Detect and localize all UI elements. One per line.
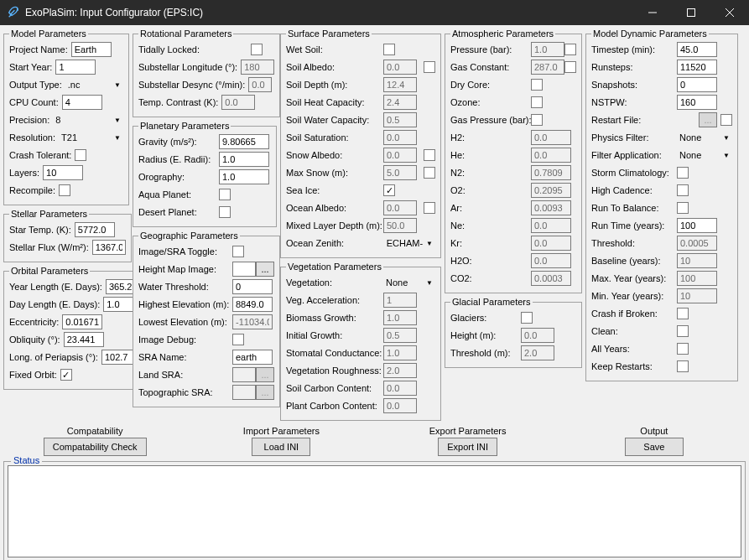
clean-checkbox[interactable] [677, 325, 689, 337]
water-threshold-input[interactable] [232, 279, 273, 294]
minimize-button[interactable] [633, 0, 672, 25]
runsteps-input[interactable] [677, 60, 717, 75]
pressure-checkbox[interactable] [564, 44, 576, 55]
gas-constant-checkbox[interactable] [564, 61, 576, 73]
load-ini-button[interactable]: Load INI [252, 438, 310, 456]
dyn-threshold-input[interactable] [677, 236, 717, 251]
h2o-input[interactable] [531, 253, 571, 268]
stomatal-input[interactable] [383, 345, 417, 360]
aqua-checkbox[interactable] [219, 189, 231, 200]
physics-filter-select[interactable]: None▼ [677, 130, 732, 145]
timestep-input[interactable] [677, 42, 717, 57]
roughness-input[interactable] [383, 363, 417, 378]
co2-input[interactable] [531, 271, 571, 286]
highest-elev-input[interactable] [232, 297, 273, 312]
run-time-input[interactable] [677, 218, 717, 233]
topo-sra-browse-button[interactable]: ... [256, 385, 274, 400]
high-cadence-checkbox[interactable] [677, 184, 689, 196]
wet-soil-checkbox[interactable] [383, 44, 395, 55]
height-map-input[interactable] [232, 262, 256, 277]
snapshots-input[interactable] [677, 77, 717, 92]
glacier-threshold-input[interactable] [521, 345, 554, 360]
filter-app-select[interactable]: None▼ [677, 148, 732, 163]
radius-input[interactable] [219, 152, 269, 167]
crash-broken-checkbox[interactable] [677, 308, 689, 319]
initial-growth-input[interactable] [383, 328, 417, 343]
start-year-input[interactable] [55, 60, 96, 75]
gravity-input[interactable] [219, 134, 269, 149]
fixed-orbit-checkbox[interactable] [60, 369, 72, 381]
he-input[interactable] [531, 148, 571, 163]
orography-input[interactable] [219, 169, 269, 184]
restart-file-checkbox[interactable] [720, 114, 732, 126]
plant-carbon-input[interactable] [383, 398, 417, 413]
sra-name-input[interactable] [232, 350, 273, 365]
soil-albedo-input[interactable] [383, 60, 417, 75]
soil-albedo-checkbox[interactable] [424, 61, 435, 73]
substellar-desync-input[interactable] [248, 77, 272, 92]
dry-core-checkbox[interactable] [531, 79, 543, 91]
storm-clim-checkbox[interactable] [677, 167, 689, 179]
land-sra-input[interactable] [232, 367, 256, 382]
soil-heat-input[interactable] [383, 95, 417, 110]
glacier-height-input[interactable] [521, 328, 554, 343]
snow-albedo-input[interactable] [383, 148, 417, 163]
compat-check-button[interactable]: Compatability Check [44, 438, 147, 456]
glaciers-checkbox[interactable] [521, 312, 533, 324]
veg-accel-input[interactable] [383, 293, 417, 308]
pressure-input[interactable] [531, 42, 564, 57]
ozone-checkbox[interactable] [531, 96, 543, 108]
all-years-checkbox[interactable] [677, 343, 689, 355]
crash-tolerant-checkbox[interactable] [75, 149, 86, 161]
ocean-albedo-input[interactable] [383, 200, 417, 215]
land-sra-browse-button[interactable]: ... [256, 367, 274, 382]
output-type-select[interactable]: .nc▼ [65, 77, 123, 92]
precision-select[interactable]: 8▼ [53, 112, 123, 127]
soil-water-input[interactable] [383, 112, 417, 127]
vegetation-select[interactable]: None▼ [383, 275, 435, 290]
mixed-layer-input[interactable] [383, 218, 417, 233]
substellar-lon-input[interactable] [241, 60, 274, 75]
max-snow-input[interactable] [383, 165, 417, 180]
lowest-elev-input[interactable] [232, 314, 273, 329]
sea-ice-checkbox[interactable] [383, 184, 395, 196]
max-year-input[interactable] [677, 271, 717, 286]
kr-input[interactable] [531, 236, 571, 251]
temp-contrast-input[interactable] [221, 95, 255, 110]
keep-restarts-checkbox[interactable] [677, 360, 689, 372]
image-debug-checkbox[interactable] [232, 334, 244, 345]
topo-sra-input[interactable] [232, 385, 256, 400]
cpu-count-input[interactable] [62, 95, 102, 110]
stellar-flux-input[interactable] [92, 240, 126, 255]
recompile-checkbox[interactable] [59, 184, 70, 196]
soil-depth-input[interactable] [383, 77, 417, 92]
biomass-input[interactable] [383, 310, 417, 325]
snow-albedo-checkbox[interactable] [424, 149, 435, 161]
soil-carbon-input[interactable] [383, 381, 417, 396]
close-button[interactable] [710, 0, 749, 25]
gas-constant-input[interactable] [531, 60, 564, 75]
nstpw-input[interactable] [677, 95, 717, 110]
obliquity-input[interactable] [64, 332, 104, 347]
eccentricity-input[interactable] [62, 314, 102, 329]
export-ini-button[interactable]: Export INI [438, 438, 497, 456]
height-map-browse-button[interactable]: ... [256, 262, 274, 277]
max-snow-checkbox[interactable] [424, 167, 435, 179]
sra-toggle-checkbox[interactable] [232, 246, 244, 257]
project-name-input[interactable] [71, 42, 112, 57]
tidally-locked-checkbox[interactable] [251, 44, 263, 55]
n2-input[interactable] [531, 165, 571, 180]
baseline-input[interactable] [677, 253, 717, 268]
layers-input[interactable] [43, 165, 83, 180]
ocean-zenith-select[interactable]: ECHAM-▼ [365, 236, 435, 251]
status-textarea[interactable] [8, 465, 741, 557]
restart-browse-button[interactable]: ... [699, 112, 717, 127]
h2-input[interactable] [531, 130, 571, 145]
ar-input[interactable] [531, 200, 571, 215]
maximize-button[interactable] [672, 0, 710, 25]
o2-input[interactable] [531, 183, 571, 198]
soil-sat-input[interactable] [383, 130, 417, 145]
ne-input[interactable] [531, 218, 571, 233]
resolution-select[interactable]: T21▼ [59, 130, 123, 145]
star-temp-input[interactable] [75, 222, 115, 237]
